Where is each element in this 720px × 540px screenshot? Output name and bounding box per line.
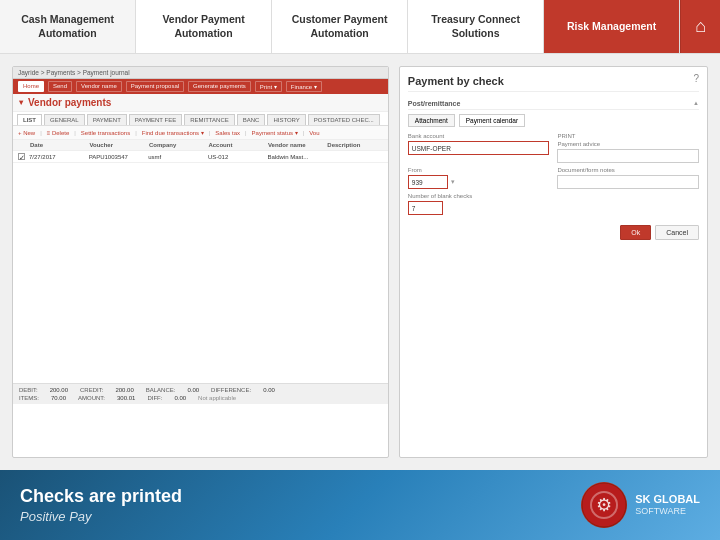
action-bar: + New | ≡ Delete | Settle transactions |…: [13, 126, 388, 140]
navigation-bar: Cash Management Automation Vendor Paymen…: [0, 0, 720, 54]
main-content: Jayride > Payments > Payment journal Hom…: [0, 54, 720, 470]
help-icon[interactable]: ?: [693, 73, 699, 84]
footer-debit-val: 200.00: [50, 387, 68, 393]
find-due-btn[interactable]: Find due transactions ▾: [142, 129, 204, 136]
toolbar-finance-btn[interactable]: Finance ▾: [286, 81, 322, 92]
bottom-bar: Checks are printed Positive Pay ⚙ SK GLO…: [0, 470, 720, 540]
svg-text:⚙: ⚙: [596, 495, 612, 515]
footer-amount-val: 300.01: [117, 395, 135, 401]
tab-payment-calendar[interactable]: Payment calendar: [459, 114, 525, 127]
bottom-text-area: Checks are printed Positive Pay: [20, 486, 182, 524]
toolbar: Home Send Vendor name Payment proposal G…: [13, 79, 388, 94]
footer-credit-label: CREDIT:: [80, 387, 103, 393]
vendor-payments-panel: Jayride > Payments > Payment journal Hom…: [12, 66, 389, 458]
footer-diff2-val: 0.00: [174, 395, 186, 401]
settle-btn[interactable]: Settle transactions: [81, 130, 130, 136]
toolbar-vendor-btn[interactable]: Vendor name: [76, 81, 122, 92]
num-checks-label: Number of blank checks: [408, 193, 699, 199]
from-dropdown[interactable]: ▾: [451, 178, 455, 186]
footer-balance-label: BALANCE:: [146, 387, 176, 393]
cell-account: US-012: [208, 154, 264, 160]
tab-remittance[interactable]: REMITTANCE: [184, 114, 235, 125]
toolbar-print-btn[interactable]: Print ▾: [255, 81, 282, 92]
footer-items-val: 70.00: [51, 395, 66, 401]
cell-company: usmf: [148, 154, 204, 160]
page-title-bar: ▾ Vendor payments: [13, 94, 388, 112]
footer-debit-label: DEBIT:: [19, 387, 38, 393]
from-input[interactable]: [408, 175, 448, 189]
tab-banc[interactable]: BANC: [237, 114, 266, 125]
toolbar-generate-btn[interactable]: Generate payments: [188, 81, 251, 92]
bottom-main-text: Checks are printed: [20, 486, 182, 507]
toolbar-proposal-btn[interactable]: Payment proposal: [126, 81, 184, 92]
cell-voucher: PAPU1003547: [89, 154, 145, 160]
footer-na: Not applicable: [198, 395, 236, 401]
home-icon: ⌂: [695, 16, 706, 37]
ok-button[interactable]: Ok: [620, 225, 651, 240]
logo-icon: ⚙: [581, 482, 627, 528]
tab-attachment[interactable]: Attachment: [408, 114, 455, 127]
delete-btn[interactable]: ≡ Delete: [47, 130, 70, 136]
bank-account-field: Bank account: [408, 133, 550, 163]
payment-advice-label: Payment advice: [557, 141, 699, 147]
bank-account-input[interactable]: [408, 141, 550, 155]
nav-cash-management[interactable]: Cash Management Automation: [0, 0, 136, 53]
doc-notes-input[interactable]: [557, 175, 699, 189]
tab-list[interactable]: LIST: [17, 114, 42, 125]
col-vendor: Vendor name: [268, 142, 323, 148]
toolbar-send-btn[interactable]: Send: [48, 81, 72, 92]
footer-credit-val: 200.00: [115, 387, 133, 393]
col-date: Date: [30, 142, 85, 148]
vendor-payments-screenshot: Jayride > Payments > Payment journal Hom…: [12, 66, 389, 458]
dialog-buttons: Ok Cancel: [408, 225, 699, 240]
voucher-btn[interactable]: Vou: [309, 130, 319, 136]
toolbar-home-btn[interactable]: Home: [18, 81, 44, 92]
col-voucher: Voucher: [89, 142, 144, 148]
num-checks-input[interactable]: [408, 201, 443, 215]
from-label: From: [408, 167, 550, 173]
table-row[interactable]: ✓ 7/27/2017 PAPU1003547 usmf US-012 Bald…: [13, 151, 388, 163]
breadcrumb: Jayride > Payments > Payment journal: [13, 67, 388, 79]
bank-account-row: Bank account PRINT Payment advice: [408, 133, 699, 163]
footer-items-label: ITEMS:: [19, 395, 39, 401]
footer-diff-label: DIFFERENCE:: [211, 387, 251, 393]
nav-customer-payment[interactable]: Customer Payment Automation: [272, 0, 408, 53]
from-field: From ▾: [408, 167, 550, 189]
nav-risk-management[interactable]: Risk Management: [544, 0, 680, 53]
sales-tax-btn[interactable]: Sales tax: [215, 130, 240, 136]
from-row: From ▾ Document/form notes: [408, 167, 699, 189]
logo-area: ⚙ SK GLOBAL SOFTWARE: [581, 482, 700, 528]
cancel-button[interactable]: Cancel: [655, 225, 699, 240]
logo-text: SK GLOBAL SOFTWARE: [635, 493, 700, 517]
cell-vendor: Baldwin Mast...: [268, 154, 324, 160]
payment-status-btn[interactable]: Payment status ▾: [252, 129, 298, 136]
nav-vendor-payment[interactable]: Vendor Payment Automation: [136, 0, 272, 53]
cell-date: 7/27/2017: [29, 154, 85, 160]
new-btn[interactable]: + New: [18, 130, 35, 136]
tab-history[interactable]: HISTORY: [267, 114, 305, 125]
detail-tabs: LIST GENERAL PAYMENT PAYMENT FEE REMITTA…: [13, 112, 388, 126]
tab-general[interactable]: GENERAL: [44, 114, 85, 125]
payment-advice-input[interactable]: [557, 149, 699, 163]
section-chevron[interactable]: ▲: [693, 100, 699, 107]
print-section: PRINT Payment advice: [557, 133, 699, 163]
footer-balance-val: 0.00: [187, 387, 199, 393]
nav-treasury-connect[interactable]: Treasury Connect Solutions: [408, 0, 544, 53]
num-checks-field: Number of blank checks: [408, 193, 699, 215]
col-desc: Description: [327, 142, 382, 148]
row-checkbox[interactable]: ✓: [18, 153, 25, 160]
tab-payment[interactable]: PAYMENT: [87, 114, 127, 125]
payment-by-check-panel: ? Payment by check Post/remittance ▲ Att…: [399, 66, 708, 458]
tab-postdated[interactable]: POSTDATED CHEC...: [308, 114, 380, 125]
home-button[interactable]: ⌂: [680, 0, 720, 53]
section-title: Post/remittance ▲: [408, 100, 699, 110]
tab-payment-fee[interactable]: PAYMENT FEE: [129, 114, 182, 125]
footer-diff-val: 0.00: [263, 387, 275, 393]
col-company: Company: [149, 142, 204, 148]
payment-by-check-title: Payment by check: [408, 75, 699, 92]
page-title: Vendor payments: [28, 97, 111, 108]
logo-svg: ⚙: [581, 482, 627, 528]
bank-account-label: Bank account: [408, 133, 550, 139]
doc-notes-field: Document/form notes: [557, 167, 699, 189]
col-account: Account: [208, 142, 263, 148]
